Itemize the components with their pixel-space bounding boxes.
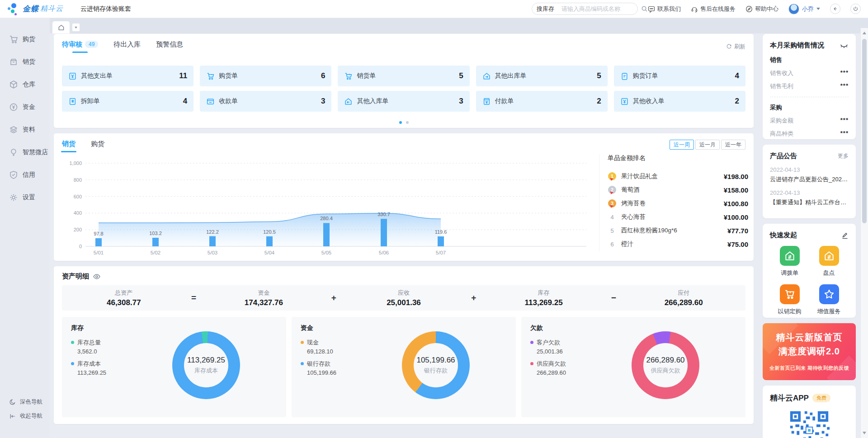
donut-center-label: 库存成本 xyxy=(194,367,218,375)
svg-text:5/01: 5/01 xyxy=(94,250,104,255)
svg-text:330.7: 330.7 xyxy=(377,212,390,217)
range-last-month-button[interactable]: 近一月 xyxy=(695,140,720,150)
help-center-link[interactable]: 帮助中心 xyxy=(745,5,778,13)
funds-donut-chart[interactable]: 105,199.66 银行存款 xyxy=(402,331,470,399)
more-link[interactable]: 更多 xyxy=(838,152,849,160)
todo-card-count: 6 xyxy=(321,71,325,80)
quick-action-sell-to-order[interactable]: 以销定购 xyxy=(770,284,809,316)
search-icon[interactable] xyxy=(641,5,648,12)
headset-icon xyxy=(691,5,698,13)
todo-card-other-income[interactable]: 其他收入单 2 xyxy=(614,91,745,112)
cart-icon xyxy=(780,284,800,304)
ranking-row[interactable]: 6 橙汁 ¥75.00 xyxy=(608,237,748,251)
todo-card-purchase-request[interactable]: 购货订单 4 xyxy=(614,66,745,86)
todo-card-other-expense[interactable]: 其他支出单 11 xyxy=(62,66,193,86)
collapse-icon xyxy=(9,413,16,420)
scrollbar-thumb[interactable] xyxy=(862,39,867,223)
user-menu[interactable]: 小乔 xyxy=(788,4,820,14)
tab-sales-trend[interactable]: 销货 xyxy=(62,140,75,152)
sidebar-item-settings[interactable]: 设置 xyxy=(0,186,50,209)
sidebar-item-credit[interactable]: 信用 xyxy=(0,164,50,186)
sales-trend-chart: 02004006008001,00097.85/01103.25/02122.2… xyxy=(62,154,595,259)
page-scrollbar[interactable] xyxy=(860,28,868,438)
sidebar-item-purchase[interactable]: 购货 xyxy=(0,28,50,51)
sidebar-item-smart-store[interactable]: 智慧微店 xyxy=(0,141,50,164)
legend-label: 客户欠款 xyxy=(537,339,736,347)
debt-donut-chart[interactable]: 266,289.60 供应商欠款 xyxy=(632,331,699,399)
scroll-up-arrow[interactable] xyxy=(863,32,866,34)
todo-card-count: 2 xyxy=(597,97,601,106)
todo-card-purchase-order[interactable]: 购货单 6 xyxy=(200,66,331,86)
kv-value-masked: *** xyxy=(840,117,849,125)
inventory-donut-chart[interactable]: 113,269.25 库存成本 xyxy=(172,331,240,399)
search-input[interactable] xyxy=(561,5,641,12)
ranking-row[interactable]: 4 夹心海苔 ¥100.00 xyxy=(608,210,748,224)
ranking-row[interactable]: 1 果汁饮品礼盒 ¥198.00 xyxy=(608,170,748,183)
sidebar-item-sales[interactable]: 销货 xyxy=(0,51,50,73)
quick-action-transfer[interactable]: 调拨单 xyxy=(770,246,809,277)
legend-dot xyxy=(301,341,304,344)
ranking-row[interactable]: 3 烤海苔卷 ¥100.80 xyxy=(608,197,748,210)
inventory-search[interactable]: 搜库存 xyxy=(532,3,638,15)
bulb-icon xyxy=(9,148,18,157)
power-logout-button[interactable] xyxy=(850,4,861,14)
refresh-label: 刷新 xyxy=(734,43,745,51)
quick-action-value-added[interactable]: 增值服务 xyxy=(809,284,849,316)
todo-card-receipt[interactable]: 收款单 3 xyxy=(200,91,331,112)
app-download-card: 精斗云APP 免费 xyxy=(763,386,856,438)
sidebar-item-data[interactable]: 资料 xyxy=(0,118,50,141)
svg-text:800: 800 xyxy=(74,177,82,183)
range-last-year-button[interactable]: 近一年 xyxy=(721,140,745,150)
ranking-rank-number: 6 xyxy=(608,241,617,248)
announcement-date: 2022-04-13 xyxy=(770,189,849,196)
ranking-row[interactable]: 2 葡萄酒 ¥158.00 xyxy=(608,183,748,197)
brand-logo[interactable]: 金蝶 精斗云 xyxy=(0,3,80,15)
todo-card-sales-order[interactable]: 销货单 5 xyxy=(338,66,469,86)
eye-icon[interactable] xyxy=(93,273,101,281)
todo-card-label: 付款单 xyxy=(495,97,514,105)
tab-pending-approval[interactable]: 待审核49 xyxy=(62,40,98,53)
todo-card-disassembly[interactable]: 拆卸单 4 xyxy=(62,91,193,112)
donut-center-value: 266,289.60 xyxy=(646,356,684,365)
operator-equals: = xyxy=(186,293,202,303)
tab-list-dropdown[interactable] xyxy=(72,24,80,31)
dark-nav-toggle[interactable]: 深色导航 xyxy=(0,398,50,406)
operator-plus: + xyxy=(326,293,342,303)
tab-pending-inout[interactable]: 待出入库 xyxy=(113,40,141,53)
sidebar-item-warehouse[interactable]: 仓库 xyxy=(0,73,50,96)
scroll-down-arrow[interactable] xyxy=(863,432,866,434)
tab-purchase-trend[interactable]: 购货 xyxy=(91,140,104,152)
after-sales-link[interactable]: 售后在线服务 xyxy=(691,5,736,13)
legend-item: 库存总量 3,562.0 xyxy=(71,339,277,355)
card-title: 资金 xyxy=(301,324,507,332)
todo-card-payment[interactable]: 付款单 2 xyxy=(476,91,608,112)
edit-pencil-icon[interactable] xyxy=(841,232,849,239)
carousel-dot[interactable] xyxy=(399,121,402,124)
stat-funds: 资金 174,327.76 xyxy=(202,289,326,307)
home-tab[interactable] xyxy=(52,21,70,33)
refresh-button[interactable]: 刷新 xyxy=(726,43,745,51)
exit-back-button[interactable] xyxy=(830,4,840,14)
announcement-link[interactable]: 【重要通知】精斗云工作台域... xyxy=(770,198,849,207)
quick-action-stocktake[interactable]: 盘点 xyxy=(809,246,849,277)
ranking-item-amount: ¥100.00 xyxy=(724,213,748,221)
todo-card-count: 2 xyxy=(735,97,739,106)
range-last-week-button[interactable]: 近一周 xyxy=(670,140,694,150)
survey-banner[interactable]: 精斗云新版首页 满意度调研2.0 全新首页已到来 期待收到您的反馈 xyxy=(763,323,856,380)
collapse-nav-button[interactable]: 收起导航 xyxy=(0,412,50,420)
announcement-link[interactable]: 云进销存产品更新公告_20220... xyxy=(770,175,849,184)
todo-card-label: 拆卸单 xyxy=(81,97,100,105)
contact-us-link[interactable]: 联系我们 xyxy=(648,5,681,13)
carousel-dot[interactable] xyxy=(406,121,409,124)
eye-closed-icon[interactable] xyxy=(840,42,849,49)
tab-alerts[interactable]: 预警信息 xyxy=(156,40,183,53)
kv-value-masked: *** xyxy=(840,69,849,77)
todo-card-other-outbound[interactable]: 其他出库单 5 xyxy=(476,66,608,86)
todo-card-other-inbound[interactable]: 其他入库单 3 xyxy=(338,91,469,112)
todo-card-label: 收款单 xyxy=(219,97,238,105)
stat-receivable: 应收 25,001.36 xyxy=(342,289,466,307)
sidebar-item-funds[interactable]: 资金 xyxy=(0,96,50,118)
ranking-row[interactable]: 5 西红柿意粉酱190g*6 ¥77.70 xyxy=(608,224,748,237)
search-scope-label[interactable]: 搜库存 xyxy=(537,5,554,13)
banner-line2: 满意度调研2.0 xyxy=(763,345,856,358)
